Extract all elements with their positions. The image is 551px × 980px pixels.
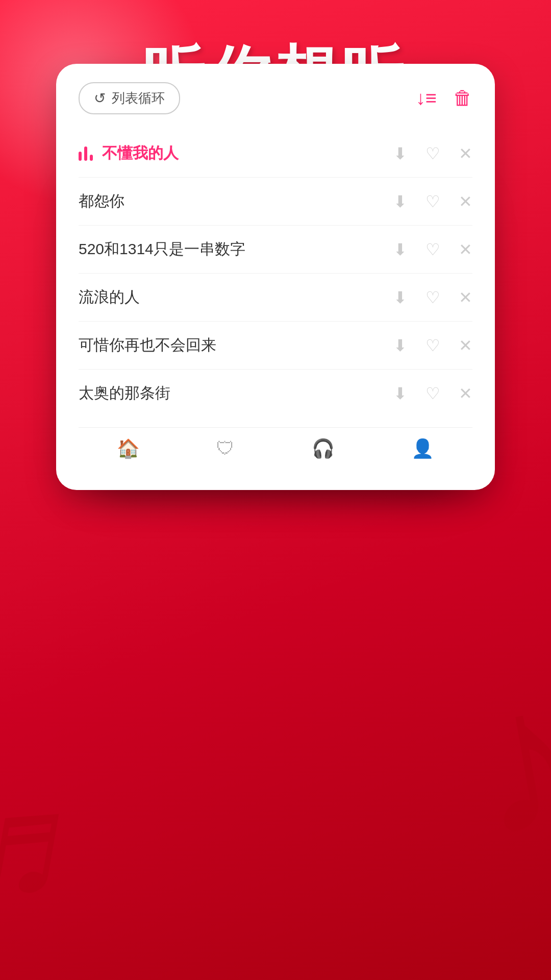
nav-shield[interactable]: 🛡 bbox=[216, 438, 235, 459]
bg-music-decoration: ♪ bbox=[455, 636, 551, 885]
play-bar bbox=[84, 146, 87, 161]
nav-profile[interactable]: 👤 bbox=[411, 438, 434, 459]
trash-icon[interactable]: 🗑 bbox=[453, 87, 472, 109]
playlist-item-actions: ⬇ ♡ ✕ bbox=[393, 336, 472, 355]
heart-icon[interactable]: ♡ bbox=[425, 288, 440, 307]
playlist-item[interactable]: 不懂我的人 ⬇ ♡ ✕ bbox=[79, 130, 472, 178]
playlist-item[interactable]: 可惜你再也不会回来 ⬇ ♡ ✕ bbox=[79, 322, 472, 370]
playlist-song-name: 不懂我的人 bbox=[102, 143, 393, 164]
phone-mockup-container: 喜欢 发现 最火 DJ 老歌 模糊片段 2:32 bbox=[82, 174, 469, 470]
play-bar bbox=[79, 152, 82, 161]
playlist-item[interactable]: 都怨你 ⬇ ♡ ✕ bbox=[79, 178, 472, 226]
download-icon[interactable]: ⬇ bbox=[393, 240, 407, 259]
playlist-song-name: 可惜你再也不会回来 bbox=[79, 335, 393, 356]
loop-label: 列表循环 bbox=[112, 89, 165, 107]
nav-home[interactable]: 🏠 bbox=[117, 438, 140, 459]
playlist-item-actions: ⬇ ♡ ✕ bbox=[393, 240, 472, 259]
download-icon[interactable]: ⬇ bbox=[393, 288, 407, 307]
play-bar bbox=[90, 155, 93, 161]
playlist-item-actions: ⬇ ♡ ✕ bbox=[393, 384, 472, 403]
download-icon[interactable]: ⬇ bbox=[393, 192, 407, 211]
heart-icon[interactable]: ♡ bbox=[425, 240, 440, 259]
bottom-navigation: 🏠 🛡 🎧 👤 bbox=[79, 427, 472, 464]
close-icon[interactable]: ✕ bbox=[459, 288, 472, 307]
playlist-item[interactable]: 520和1314只是一串数字 ⬇ ♡ ✕ bbox=[79, 226, 472, 274]
playing-indicator bbox=[79, 146, 93, 161]
bg-music-decoration2: ♬ bbox=[0, 744, 88, 938]
close-icon[interactable]: ✕ bbox=[459, 192, 472, 211]
playlist-item-actions: ⬇ ♡ ✕ bbox=[393, 192, 472, 211]
close-icon[interactable]: ✕ bbox=[459, 240, 472, 259]
download-icon[interactable]: ⬇ bbox=[393, 336, 407, 355]
playlist-item-actions: ⬇ ♡ ✕ bbox=[393, 288, 472, 307]
playlist-panel: ↺ 列表循环 ↓≡ 🗑 不懂我的人 ⬇ ♡ ✕ bbox=[56, 64, 495, 490]
panel-actions: ↓≡ 🗑 bbox=[416, 87, 472, 109]
playlist-item-actions: ⬇ ♡ ✕ bbox=[393, 144, 472, 163]
download-icon[interactable]: ⬇ bbox=[393, 384, 407, 403]
loop-button[interactable]: ↺ 列表循环 bbox=[79, 82, 180, 114]
playlist-item[interactable]: 太奥的那条街 ⬇ ♡ ✕ bbox=[79, 370, 472, 417]
playlist-song-name: 都怨你 bbox=[79, 191, 393, 212]
playlist-items: 不懂我的人 ⬇ ♡ ✕ 都怨你 ⬇ ♡ ✕ 520和1314只是一串数字 bbox=[79, 130, 472, 417]
panel-header: ↺ 列表循环 ↓≡ 🗑 bbox=[79, 82, 472, 114]
close-icon[interactable]: ✕ bbox=[459, 144, 472, 163]
playlist-item[interactable]: 流浪的人 ⬇ ♡ ✕ bbox=[79, 274, 472, 322]
heart-icon[interactable]: ♡ bbox=[425, 336, 440, 355]
playlist-song-name: 520和1314只是一串数字 bbox=[79, 239, 393, 260]
loop-icon: ↺ bbox=[94, 90, 106, 107]
heart-icon[interactable]: ♡ bbox=[425, 384, 440, 403]
close-icon[interactable]: ✕ bbox=[459, 384, 472, 403]
playlist-song-name: 流浪的人 bbox=[79, 287, 393, 308]
close-icon[interactable]: ✕ bbox=[459, 336, 472, 355]
heart-icon[interactable]: ♡ bbox=[425, 144, 440, 163]
download-icon[interactable]: ⬇ bbox=[393, 144, 407, 163]
nav-headphones[interactable]: 🎧 bbox=[312, 438, 335, 459]
sort-icon[interactable]: ↓≡ bbox=[416, 87, 437, 109]
playlist-song-name: 太奥的那条街 bbox=[79, 383, 393, 404]
heart-icon[interactable]: ♡ bbox=[425, 192, 440, 211]
